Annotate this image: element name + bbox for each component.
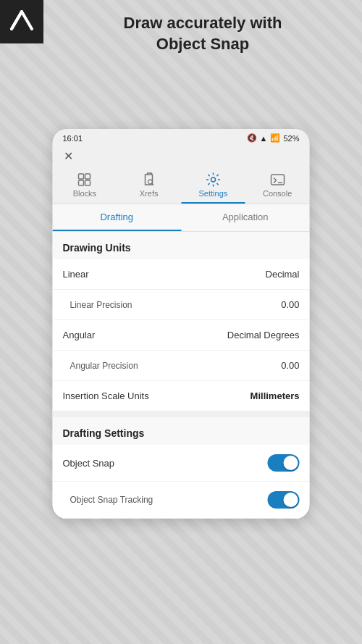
tab-settings[interactable]: Settings <box>181 166 245 204</box>
status-icons: 🔇 ▲ 📶 52% <box>247 133 300 143</box>
linear-precision-label: Linear Precision <box>63 300 132 310</box>
close-bar: ✕ <box>53 146 310 166</box>
tab-bar: Blocks Xrefs Settings <box>53 166 310 204</box>
drawing-units-header: Drawing Units <box>53 232 310 259</box>
angular-precision-label: Angular Precision <box>63 361 138 371</box>
blocks-icon <box>77 172 93 188</box>
settings-icon <box>205 172 221 188</box>
status-time: 16:01 <box>63 134 83 143</box>
mute-icon: 🔇 <box>247 133 257 143</box>
svg-rect-2 <box>79 180 84 185</box>
svg-rect-7 <box>271 175 284 185</box>
wifi-icon: ▲ <box>260 134 268 143</box>
angular-row[interactable]: Angular Decimal Degrees <box>53 320 310 351</box>
svg-rect-1 <box>85 174 90 179</box>
page-header: Draw accurately with Object Snap <box>58 13 348 54</box>
drafting-settings-header: Drafting Settings <box>53 417 310 445</box>
angular-value: Decimal Degrees <box>227 330 300 340</box>
object-snap-label: Object Snap <box>63 458 115 469</box>
tab-blocks[interactable]: Blocks <box>53 166 117 204</box>
object-snap-row[interactable]: Object Snap <box>53 445 310 482</box>
status-bar: 16:01 🔇 ▲ 📶 52% <box>53 129 310 146</box>
content-area: Drawing Units Linear Decimal Linear Prec… <box>53 232 310 519</box>
tab-console[interactable]: Console <box>245 166 310 204</box>
angular-precision-value: 0.00 <box>281 360 299 371</box>
angular-label: Angular <box>63 330 96 340</box>
linear-label: Linear <box>63 269 89 280</box>
insertion-scale-label: Insertion Scale Units <box>63 390 149 401</box>
insertion-scale-row[interactable]: Insertion Scale Units Millimeters <box>53 381 310 411</box>
sub-tab-drafting[interactable]: Drafting <box>53 204 182 231</box>
battery-level: 52% <box>283 134 299 143</box>
object-snap-tracking-row[interactable]: Object Snap Tracking <box>53 482 310 519</box>
linear-precision-row[interactable]: Linear Precision 0.00 <box>53 290 310 320</box>
linear-row[interactable]: Linear Decimal <box>53 259 310 290</box>
svg-point-6 <box>211 177 215 182</box>
page-title: Draw accurately with Object Snap <box>58 13 348 54</box>
app-logo <box>0 0 43 43</box>
object-snap-toggle[interactable] <box>268 454 300 472</box>
sub-tab-bar: Drafting Application <box>53 204 310 232</box>
insertion-scale-value: Millimeters <box>251 390 300 401</box>
angular-precision-row[interactable]: Angular Precision 0.00 <box>53 351 310 381</box>
phone-container: 16:01 🔇 ▲ 📶 52% ✕ Blocks <box>53 129 310 519</box>
linear-precision-value: 0.00 <box>281 299 299 310</box>
close-button[interactable]: ✕ <box>62 149 76 163</box>
tab-xrefs[interactable]: Xrefs <box>117 166 181 204</box>
svg-rect-0 <box>79 174 84 179</box>
object-snap-tracking-label: Object Snap Tracking <box>63 495 153 505</box>
svg-rect-3 <box>85 180 90 185</box>
signal-icon: 📶 <box>270 133 280 143</box>
xrefs-icon <box>141 172 157 188</box>
object-snap-tracking-toggle[interactable] <box>268 491 300 509</box>
section-divider <box>53 411 310 417</box>
sub-tab-application[interactable]: Application <box>181 204 310 231</box>
linear-value: Decimal <box>266 269 300 280</box>
console-icon <box>269 172 285 188</box>
